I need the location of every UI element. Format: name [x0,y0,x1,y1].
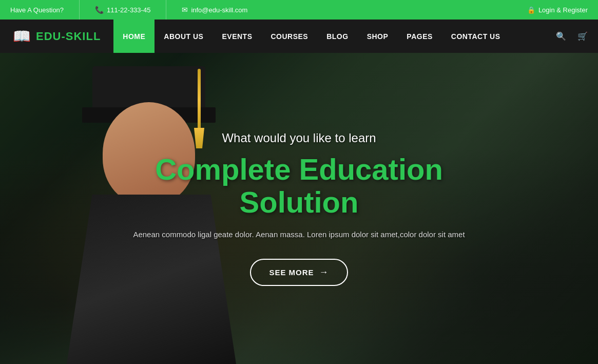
question-item: Have A Question? [10,6,64,14]
search-icon[interactable]: 🔍 [551,27,571,45]
navbar: 📖 EDU-SKILL HOME ABOUT US EVENTS COURSES… [0,20,598,53]
nav-items: HOME ABOUT US EVENTS COURSES BLOG SHOP P… [113,20,546,53]
cart-icon[interactable]: 🛒 [572,27,593,45]
phone-number: 111-22-333-45 [107,6,150,14]
nav-item-home[interactable]: HOME [113,20,155,53]
hero-description: Aenean commodo ligal geate dolor. Aenan … [120,228,479,241]
top-bar-left: Have A Question? 📞 111-22-333-45 ✉ info@… [10,0,247,20]
lock-icon: 🔒 [527,6,535,14]
email-item[interactable]: ✉ info@edu-skill.com [182,6,247,14]
email-icon: ✉ [182,6,188,14]
question-label: Have A Question? [10,6,64,14]
btn-label: SEE MORE [269,268,314,277]
nav-item-events[interactable]: EVENTS [213,20,261,53]
nav-item-shop[interactable]: SHOP [358,20,398,53]
login-register[interactable]: 🔒 Login & Register [527,6,588,14]
email-address: info@edu-skill.com [191,6,247,14]
nav-item-about[interactable]: ABOUT US [155,20,213,53]
nav-item-contact[interactable]: CONTACT US [442,20,510,53]
btn-arrow-icon: → [319,267,329,278]
login-label: Login & Register [538,6,588,14]
nav-item-courses[interactable]: COURSES [261,20,317,53]
brand-name: EDU-SKILL [36,30,101,43]
brand-icon: 📖 [13,28,31,45]
hero-content: What would you like to learn Complete Ed… [99,131,499,286]
hero-section: What would you like to learn Complete Ed… [0,53,598,364]
hero-title: Complete Education Solution [120,153,479,219]
divider-2 [166,0,166,20]
tassel [198,69,201,130]
brand[interactable]: 📖 EDU-SKILL [0,20,113,53]
see-more-button[interactable]: SEE MORE → [250,259,348,286]
hero-subtitle: What would you like to learn [120,131,479,145]
top-bar: Have A Question? 📞 111-22-333-45 ✉ info@… [0,0,598,20]
nav-icons: 🔍 🛒 [546,20,598,53]
phone-icon: 📞 [95,6,104,14]
nav-item-pages[interactable]: PAGES [397,20,441,53]
phone-item[interactable]: 📞 111-22-333-45 [95,6,150,14]
divider-1 [79,0,80,20]
nav-item-blog[interactable]: BLOG [317,20,357,53]
